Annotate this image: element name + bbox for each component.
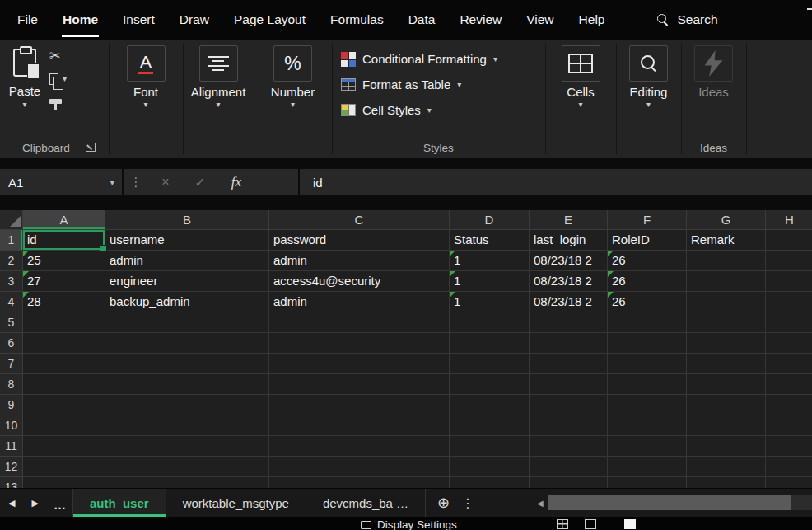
editing-button[interactable]: Editing ▾: [616, 45, 681, 109]
font-button[interactable]: Font ▾: [109, 45, 183, 109]
select-all-corner[interactable]: [0, 210, 23, 230]
cell-B7[interactable]: [105, 354, 269, 374]
cell-F8[interactable]: [608, 374, 687, 395]
tab-auth_user[interactable]: auth_user: [72, 489, 166, 517]
menu-item-page-layout[interactable]: Page Layout: [222, 0, 318, 40]
menu-item-file[interactable]: File: [5, 0, 50, 40]
cell-B12[interactable]: [105, 457, 269, 477]
row-header-10[interactable]: 10: [0, 415, 23, 436]
col-header-E[interactable]: E: [530, 210, 608, 230]
cell-A1[interactable]: id: [23, 230, 105, 251]
cell-C8[interactable]: [269, 374, 450, 395]
row-header-2[interactable]: 2: [0, 251, 23, 271]
cell-A3[interactable]: 27: [23, 271, 105, 292]
insert-function-button[interactable]: fx: [217, 174, 255, 190]
cell-A5[interactable]: [23, 312, 105, 333]
cell-G3[interactable]: [687, 271, 766, 292]
cell-A9[interactable]: [23, 395, 105, 415]
cell-C6[interactable]: [269, 333, 450, 354]
col-header-B[interactable]: B: [105, 210, 269, 230]
cell-F9[interactable]: [608, 395, 687, 415]
cell-E12[interactable]: [530, 457, 608, 477]
cell-E10[interactable]: [530, 415, 608, 436]
cell-C4[interactable]: admin: [269, 292, 450, 312]
cell-F12[interactable]: [608, 457, 687, 477]
menu-item-help[interactable]: Help: [567, 0, 618, 40]
cell-B4[interactable]: backup_admin: [105, 292, 269, 312]
cell-H13[interactable]: [766, 477, 812, 488]
cell-C3[interactable]: access4u@security: [269, 271, 450, 292]
row-header-5[interactable]: 5: [0, 312, 23, 333]
cell-F13[interactable]: [608, 477, 687, 488]
cell-G6[interactable]: [687, 333, 766, 354]
cell-F5[interactable]: [608, 312, 687, 333]
enter-button[interactable]: ✓: [183, 175, 217, 190]
cell-B13[interactable]: [105, 477, 269, 488]
cell-B1[interactable]: username: [105, 230, 269, 251]
cell-H1[interactable]: [766, 230, 812, 251]
number-button[interactable]: Number ▾: [254, 45, 332, 109]
row-header-12[interactable]: 12: [0, 457, 23, 477]
cells-button[interactable]: Cells ▾: [545, 45, 616, 109]
cell-A7[interactable]: [23, 354, 105, 374]
col-header-D[interactable]: D: [450, 210, 530, 230]
cell-F3[interactable]: 26: [608, 271, 687, 292]
cell-H7[interactable]: [766, 354, 812, 374]
cell-C7[interactable]: [269, 354, 450, 374]
cell-D2[interactable]: 1: [450, 251, 530, 271]
cell-F6[interactable]: [608, 333, 687, 354]
cell-D7[interactable]: [450, 354, 530, 374]
cell-G4[interactable]: [687, 292, 766, 312]
cell-A12[interactable]: [23, 457, 105, 477]
row-header-8[interactable]: 8: [0, 374, 23, 395]
cell-E7[interactable]: [530, 354, 608, 374]
cell-C5[interactable]: [269, 312, 450, 333]
paste-button[interactable]: Paste ▾: [5, 45, 44, 109]
cell-F2[interactable]: 26: [608, 251, 687, 271]
tab-devcmds[interactable]: devcmds_ba …: [306, 489, 426, 517]
format-as-table-button[interactable]: Format as Table ▾: [332, 72, 545, 97]
cell-F4[interactable]: 26: [608, 292, 687, 312]
menu-item-insert[interactable]: Insert: [110, 0, 167, 40]
row-header-4[interactable]: 4: [0, 292, 23, 312]
cell-C9[interactable]: [269, 395, 450, 415]
cell-H6[interactable]: [766, 333, 812, 354]
col-header-A[interactable]: A: [23, 210, 105, 230]
cell-H9[interactable]: [766, 395, 812, 415]
cell-C10[interactable]: [269, 415, 450, 436]
cell-B9[interactable]: [105, 395, 269, 415]
cell-A11[interactable]: [23, 436, 105, 457]
cell-E9[interactable]: [530, 395, 608, 415]
cell-C12[interactable]: [269, 457, 450, 477]
horizontal-scrollbar[interactable]: [548, 495, 812, 510]
cell-D4[interactable]: 1: [450, 292, 530, 312]
cell-C2[interactable]: admin: [269, 251, 450, 271]
cell-E11[interactable]: [530, 436, 608, 457]
menu-item-draw[interactable]: Draw: [167, 0, 222, 40]
row-header-6[interactable]: 6: [0, 333, 23, 354]
display-settings-button[interactable]: Display Settings: [361, 518, 457, 530]
cell-A8[interactable]: [23, 374, 105, 395]
cell-F7[interactable]: [608, 354, 687, 374]
cell-G8[interactable]: [687, 374, 766, 395]
formula-input[interactable]: id: [300, 169, 812, 195]
sheet-options-button[interactable]: ⋮: [461, 489, 474, 517]
cell-G1[interactable]: Remark: [687, 230, 766, 251]
cell-D13[interactable]: [450, 477, 530, 488]
cell-A13[interactable]: [23, 477, 105, 488]
cell-G7[interactable]: [687, 354, 766, 374]
menu-item-data[interactable]: Data: [396, 0, 448, 40]
sheet-nav-left[interactable]: ◀: [0, 489, 23, 517]
cell-H12[interactable]: [766, 457, 812, 477]
cell-E3[interactable]: 08/23/18 2: [530, 271, 608, 292]
cell-C1[interactable]: password: [269, 230, 450, 251]
cell-A4[interactable]: 28: [23, 292, 105, 312]
view-normal-icon[interactable]: [557, 519, 568, 529]
search-button[interactable]: Search: [656, 0, 717, 40]
row-header-3[interactable]: 3: [0, 271, 23, 292]
sheet-list-button[interactable]: …: [47, 489, 72, 517]
view-page-layout-icon[interactable]: [585, 519, 596, 529]
cell-F10[interactable]: [608, 415, 687, 436]
cell-F1[interactable]: RoleID: [608, 230, 687, 251]
cell-H4[interactable]: [766, 292, 812, 312]
